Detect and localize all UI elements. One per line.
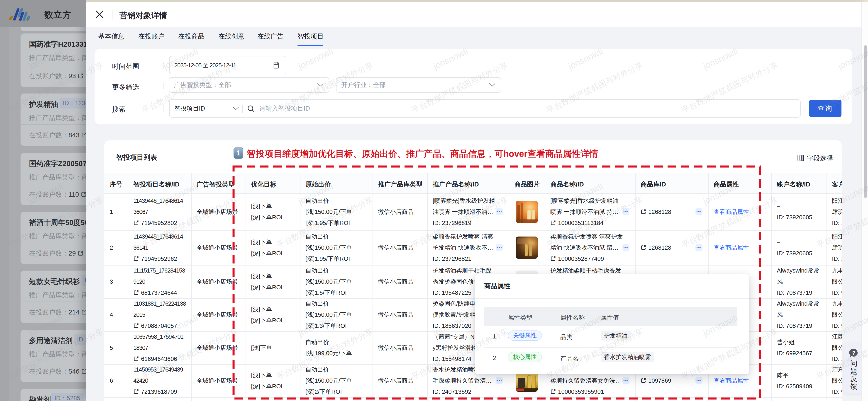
- svg-text:?: ?: [852, 350, 856, 356]
